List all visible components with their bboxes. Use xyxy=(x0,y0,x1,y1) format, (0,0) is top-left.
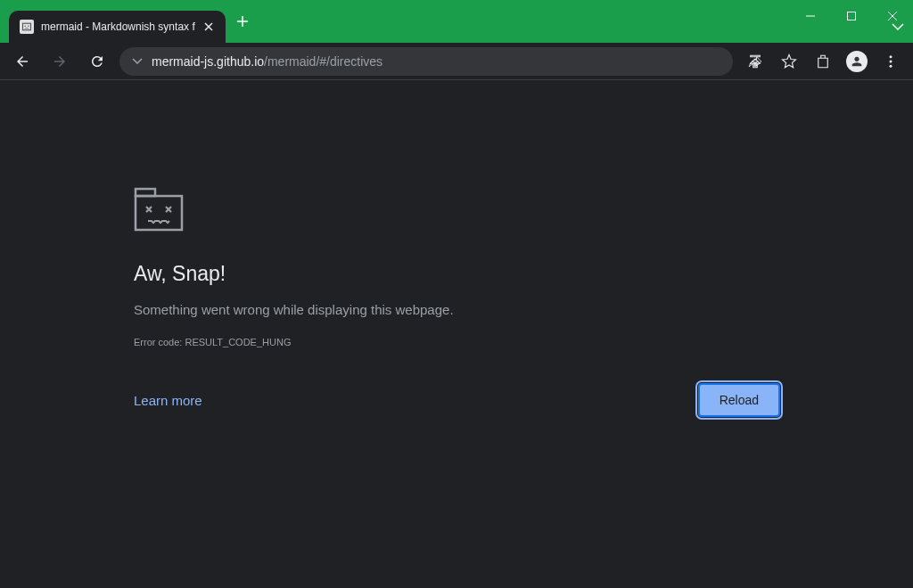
reload-page-button[interactable]: Reload xyxy=(698,383,780,417)
tab-title: mermaid - Markdownish syntax f xyxy=(41,20,195,33)
svg-rect-8 xyxy=(136,189,155,196)
url-text: mermaid-js.github.io/mermaid/#/directive… xyxy=(152,54,382,69)
back-button[interactable] xyxy=(7,46,37,77)
error-title: Aw, Snap! xyxy=(134,262,913,286)
error-page-content: Aw, Snap! Something went wrong while dis… xyxy=(0,80,913,417)
address-bar[interactable]: mermaid-js.github.io/mermaid/#/directive… xyxy=(119,47,733,76)
error-message: Something went wrong while displaying th… xyxy=(134,302,913,317)
close-tab-icon[interactable] xyxy=(202,18,215,36)
share-button[interactable] xyxy=(740,46,770,77)
reload-button[interactable] xyxy=(82,46,112,77)
sad-tab-icon xyxy=(20,20,34,34)
sad-folder-icon xyxy=(134,187,913,235)
extensions-button[interactable] xyxy=(808,46,838,77)
svg-point-6 xyxy=(890,64,892,67)
error-actions: Learn more Reload xyxy=(134,383,780,417)
svg-rect-0 xyxy=(23,23,31,30)
close-window-button[interactable] xyxy=(872,0,913,32)
new-tab-button[interactable] xyxy=(226,6,259,39)
svg-point-4 xyxy=(890,55,892,58)
forward-button[interactable] xyxy=(45,46,75,77)
site-info-chevron-icon[interactable] xyxy=(132,58,143,64)
menu-button[interactable] xyxy=(876,46,906,77)
window-controls xyxy=(790,0,913,32)
svg-rect-3 xyxy=(848,12,856,20)
svg-rect-7 xyxy=(136,196,182,230)
svg-point-5 xyxy=(890,60,892,62)
profile-button[interactable] xyxy=(842,46,872,77)
browser-tab[interactable]: mermaid - Markdownish syntax f xyxy=(9,11,226,43)
toolbar-actions xyxy=(740,46,906,77)
avatar-icon xyxy=(846,51,868,72)
minimize-button[interactable] xyxy=(790,0,831,32)
titlebar: mermaid - Markdownish syntax f xyxy=(0,0,913,43)
svg-point-2 xyxy=(28,26,29,28)
browser-toolbar: mermaid-js.github.io/mermaid/#/directive… xyxy=(0,43,913,80)
bookmark-button[interactable] xyxy=(774,46,804,77)
svg-point-1 xyxy=(24,26,26,28)
maximize-button[interactable] xyxy=(831,0,872,32)
learn-more-link[interactable]: Learn more xyxy=(134,393,202,408)
error-code: Error code: RESULT_CODE_HUNG xyxy=(134,337,913,347)
